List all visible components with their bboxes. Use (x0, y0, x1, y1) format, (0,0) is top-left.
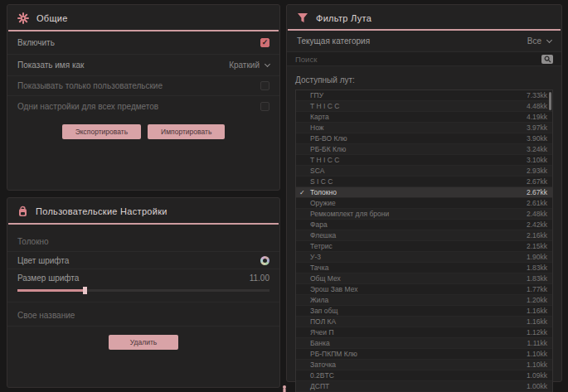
enable-checkbox[interactable]: ✓ (260, 38, 269, 47)
loot-list-item[interactable]: Банка 1.11kk (296, 338, 552, 349)
item-price: 1.10kk (527, 350, 547, 358)
item-name: Зап общ (310, 307, 337, 315)
same-settings-checkbox[interactable] (260, 102, 269, 111)
loot-list-item[interactable]: ГПУ 7.33kk (296, 90, 552, 101)
loot-list-item[interactable]: РБ-ВО Клю 3.90kk (296, 133, 552, 144)
scrollbar-thumb[interactable] (549, 92, 551, 110)
item-price: 1.90kk (527, 253, 547, 261)
chevron-down-icon (546, 36, 552, 42)
same-settings-row: Одни настройки для всех предметов (7, 96, 279, 116)
loot-list-item[interactable]: Тетрис 2.15kk (296, 241, 552, 252)
loot-list-item[interactable]: ✓ Толокно 2.67kk (296, 187, 552, 198)
font-color-label: Цвет шрифта (17, 256, 69, 265)
available-loot-label: Доступный лут: (295, 75, 355, 85)
item-name: SCA (310, 167, 324, 175)
loot-list-item[interactable]: Тачка 1.83kk (296, 263, 552, 273)
item-name: Ячеи П (310, 328, 334, 336)
name-mode-label: Показать имя как (17, 60, 84, 70)
item-price: 3.24kk (527, 145, 547, 153)
loot-list-item[interactable]: Ремкомплект для брони 2.48kk (296, 209, 552, 220)
loot-list-item[interactable]: Нож 3.97kk (296, 123, 552, 133)
search-placeholder: Поиск (295, 55, 317, 64)
slider-handle[interactable] (83, 287, 87, 294)
loot-list: ГПУ 7.33kk Т Н І С С 4.48kk Карта 4.19kk (295, 90, 553, 392)
loot-list-item[interactable]: Жила 1.20kk (296, 295, 552, 306)
panel-title: Фильтр Лута (316, 13, 371, 23)
loot-list-item[interactable]: Т Н І С С 4.48kk (296, 101, 552, 112)
color-wheel-icon[interactable] (260, 256, 269, 265)
name-mode-row: Показать имя как Краткий (7, 55, 279, 76)
funnel-icon (297, 12, 308, 23)
delete-button[interactable]: Удалить (109, 335, 178, 350)
item-price: 2.67kk (527, 188, 547, 196)
general-panel-header: Общие (7, 5, 279, 30)
category-value: Все (527, 36, 541, 46)
item-price: 7.33kk (527, 91, 547, 99)
chevron-down-icon (265, 60, 270, 66)
item-price: 1.16kk (527, 317, 547, 326)
item-name: ДСПТ (310, 382, 329, 390)
loot-list-item[interactable]: Заточка 1.10kk (296, 360, 552, 370)
item-price: 3.10kk (527, 156, 547, 164)
item-name: Заточка (310, 361, 336, 369)
category-dropdown[interactable]: Все (527, 36, 551, 46)
item-price: 1.11kk (527, 339, 547, 347)
item-name: Ремкомплект для брони (310, 210, 389, 218)
loot-list-item[interactable]: SCA 2.93kk (296, 166, 552, 177)
loot-list-item[interactable]: У-3 1.90kk (296, 252, 552, 263)
custom-name-input[interactable]: Свое название (7, 302, 279, 327)
loot-list-item[interactable]: Фара 2.42kk (296, 220, 552, 230)
item-name: ГПУ (310, 91, 323, 99)
search-input[interactable]: Поиск (287, 52, 561, 66)
resize-handle-icon[interactable] (281, 381, 288, 390)
loot-list-item[interactable]: Оружие 2.61kk (296, 198, 552, 209)
only-custom-checkbox[interactable] (260, 81, 269, 90)
loot-list-item[interactable]: Зап общ 1.16kk (296, 306, 552, 317)
loot-filter-header: Фильтр Лута (287, 5, 561, 29)
item-name: Эрош Зав Мех (310, 285, 357, 293)
export-button[interactable]: Экспортировать (62, 124, 141, 139)
search-icon[interactable] (541, 55, 553, 64)
loot-list-item[interactable]: Карта 4.19kk (296, 112, 552, 123)
font-size-slider[interactable] (17, 289, 269, 292)
loot-list-item[interactable]: 0.2BTC 1.09kk (296, 370, 552, 381)
loot-list-item[interactable]: Общ Мех 1.83kk (296, 273, 552, 284)
item-name: РБ-БК Клю (310, 145, 346, 153)
item-name: РБ-ВО Клю (310, 134, 347, 143)
export-import-row: Экспортировать Импортировать (7, 124, 279, 139)
loot-list-item[interactable]: Ячеи П 1.12kk (296, 327, 552, 338)
panel-title: Пользовательские Настройки (36, 206, 167, 216)
item-price: 3.90kk (527, 134, 547, 143)
loot-list-item[interactable]: ПОЛ КА 1.16kk (296, 317, 552, 327)
loot-filter-panel: Фильтр Лута Текущая категория Все Поиск … (286, 4, 562, 382)
item-price: 2.48kk (527, 210, 547, 218)
import-button[interactable]: Импортировать (148, 124, 225, 139)
item-name: Оружие (310, 199, 336, 207)
only-custom-label: Показывать только пользовательские (17, 81, 163, 90)
item-price: 1.09kk (527, 371, 547, 380)
loot-list-item[interactable]: ДСПТ 1.00kk (296, 381, 552, 392)
item-name: Т Н І С С (310, 156, 339, 164)
item-name: S І С С (310, 177, 333, 186)
item-name: Флешка (310, 231, 336, 240)
item-name: Жила (310, 296, 328, 304)
item-price: 3.97kk (527, 123, 547, 132)
only-custom-row: Показывать только пользовательские (7, 76, 279, 96)
item-price: 1.83kk (527, 274, 547, 283)
loot-list-item[interactable]: РБ-БК Клю 3.24kk (296, 144, 552, 155)
loot-list-item[interactable]: S І С С 2.67kk (296, 177, 552, 187)
item-price: 1.00kk (527, 382, 547, 390)
loot-list-item[interactable]: РБ-ПКПМ Клю 1.10kk (296, 349, 552, 360)
user-settings-panel: Пользовательские Настройки Толокно Цвет … (7, 197, 280, 388)
item-name: Т Н І С С (310, 102, 339, 110)
name-mode-dropdown[interactable]: Краткий (229, 60, 269, 70)
item-price: 1.77kk (527, 285, 547, 293)
loot-list-item[interactable]: Т Н І С С 3.10kk (296, 155, 552, 166)
checkmark-icon: ✓ (299, 189, 306, 196)
loot-list-item[interactable]: Эрош Зав Мех 1.77kk (296, 284, 552, 295)
enable-row: Включить ✓ (7, 31, 279, 55)
item-price: 2.16kk (527, 231, 547, 240)
item-price: 2.42kk (527, 220, 547, 229)
item-name: У-3 (310, 253, 321, 261)
loot-list-item[interactable]: Флешка 2.16kk (296, 230, 552, 241)
